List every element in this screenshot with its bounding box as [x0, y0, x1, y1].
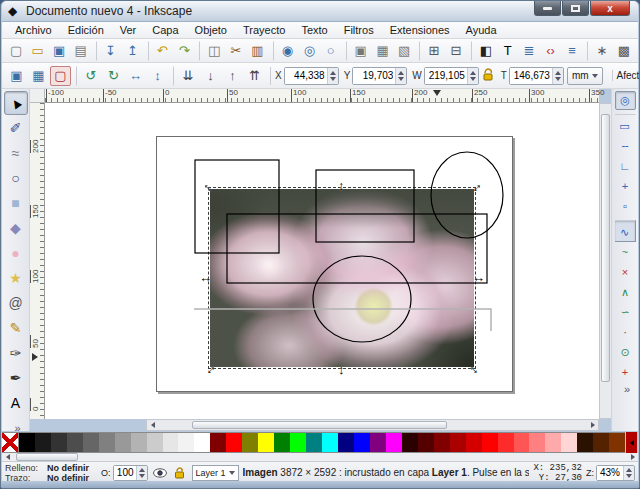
import-button[interactable]: ↧ [96, 41, 121, 61]
x-input[interactable] [284, 67, 339, 85]
print-document-button[interactable]: ▤ [70, 41, 90, 61]
zoom-drawing-button[interactable]: ◎ [299, 41, 319, 61]
fill-stroke-dialog-button[interactable]: ◧ [471, 41, 496, 61]
palette-swatch[interactable] [51, 433, 67, 452]
spin-up-icon[interactable] [398, 71, 404, 75]
width-input[interactable] [424, 67, 479, 85]
export-button[interactable]: ↥ [122, 41, 142, 61]
deselect-button[interactable]: ▢ [50, 66, 71, 86]
text-dialog-button[interactable]: T [498, 41, 518, 61]
enable-snapping-toggle[interactable]: ◎ [615, 91, 636, 110]
spin-down-icon[interactable] [330, 77, 336, 81]
palette-swatch[interactable] [226, 433, 242, 452]
palette-swatch[interactable] [99, 433, 115, 452]
horizontal-ruler[interactable]: -100-50050100150200250300350 [45, 89, 599, 103]
spin-down-icon[interactable] [139, 474, 145, 478]
rotate-ccw-button[interactable]: ↺ [76, 66, 102, 86]
cactus-flowers-image[interactable]: ↔↕↔↔↔↔↕↔ [210, 189, 474, 367]
vertical-ruler[interactable]: 200150100500 [30, 103, 45, 419]
node-tool[interactable]: ✐ [4, 116, 28, 140]
select-all-button[interactable]: ▣ [6, 66, 27, 86]
palette-swatch[interactable] [577, 433, 593, 452]
undo-button[interactable]: ↶ [148, 41, 173, 61]
spin-down-icon[interactable] [470, 77, 476, 81]
menu-edicion[interactable]: Edición [61, 23, 111, 37]
palette-swatch[interactable] [35, 433, 51, 452]
palette-swatch[interactable] [609, 433, 625, 452]
text-tool[interactable]: A [4, 391, 28, 415]
menu-objeto[interactable]: Objeto [188, 23, 234, 37]
new-document-button[interactable]: ▢ [6, 41, 26, 61]
pencil-tool[interactable]: ✎ [4, 316, 28, 340]
palette-swatch[interactable] [402, 433, 418, 452]
align-distribute-button[interactable]: ≡ [562, 41, 582, 61]
menu-ayuda[interactable]: Ayuda [459, 23, 504, 37]
opacity-input[interactable] [113, 465, 148, 481]
titlebar[interactable]: ◆ Documento nuevo 4 - Inkscape x [2, 1, 638, 22]
hscroll-thumb[interactable] [192, 421, 447, 429]
menu-ver[interactable]: Ver [113, 23, 144, 37]
menu-trayecto[interactable]: Trayecto [236, 23, 292, 37]
palette-swatch[interactable] [210, 433, 226, 452]
palette-swatch[interactable] [131, 433, 147, 452]
duplicate-button[interactable]: ▣ [346, 41, 371, 61]
palette-swatch[interactable] [19, 433, 35, 452]
snap-object-centers-toggle[interactable]: ⊙ [615, 343, 636, 362]
palette-swatch[interactable] [545, 433, 561, 452]
snap-bounding-box-toggle[interactable]: ▭ [615, 114, 636, 136]
spin-down-icon[interactable] [555, 77, 561, 81]
fill-stroke-indicator[interactable]: Relleno:No definir Trazo:No definir [5, 463, 97, 483]
paste-button[interactable]: ▥ [247, 41, 267, 61]
lower-button[interactable]: ↓ [200, 66, 221, 86]
palette-swatch[interactable] [67, 433, 83, 452]
flip-horizontal-button[interactable]: ↔ [125, 66, 146, 86]
box3d-tool[interactable]: ◆ [4, 216, 28, 240]
selection-handle-n[interactable]: ↕ [338, 179, 345, 192]
menu-capa[interactable]: Capa [145, 23, 185, 37]
zoom-selection-button[interactable]: ◉ [273, 41, 298, 61]
redo-button[interactable]: ↷ [174, 41, 194, 61]
palette-swatch[interactable] [194, 433, 210, 452]
star-tool[interactable]: ★ [4, 266, 28, 290]
layer-lock-icon[interactable] [172, 465, 188, 481]
spin-up-icon[interactable] [626, 468, 632, 472]
layers-dialog-button[interactable]: ≣ [519, 41, 539, 61]
snap-rotation-centers-toggle[interactable]: + [615, 363, 636, 382]
cut-button[interactable]: ✂ [226, 41, 246, 61]
palette-swatch[interactable] [561, 433, 577, 452]
layer-visibility-eye-icon[interactable] [152, 465, 168, 481]
palette-swatch[interactable] [115, 433, 131, 452]
height-input[interactable] [509, 67, 564, 85]
flip-vertical-button[interactable]: ↕ [147, 66, 168, 86]
palette-swatch[interactable] [178, 433, 194, 452]
snap-smooth-nodes-toggle[interactable]: ∽ [615, 303, 636, 322]
zoom-page-button[interactable]: ○ [321, 41, 341, 61]
ungroup-button[interactable]: ⊟ [446, 41, 466, 61]
copy-button[interactable]: ◫ [199, 41, 224, 61]
spiral-tool[interactable]: @ [4, 291, 28, 315]
open-document-button[interactable]: ▭ [27, 41, 47, 61]
palette-scroll-right-icon[interactable] [627, 453, 638, 461]
minimize-button[interactable] [534, 1, 561, 16]
raise-button[interactable]: ↑ [222, 66, 243, 86]
canvas[interactable]: ↔↕↔↔↔↔↕↔ [45, 103, 599, 419]
palette-swatch[interactable] [322, 433, 338, 452]
rectangle-tool[interactable]: ■ [4, 191, 28, 215]
zoom-value[interactable] [597, 466, 623, 480]
ellipse-tool[interactable]: ● [4, 241, 28, 265]
select-all-layers-button[interactable]: ▦ [28, 66, 49, 86]
palette-swatch[interactable] [450, 433, 466, 452]
menu-texto[interactable]: Texto [294, 23, 334, 37]
snap-bbox-corners-toggle[interactable]: ∟ [615, 157, 636, 176]
palette-swatch[interactable] [163, 433, 179, 452]
palette-swatch[interactable] [529, 433, 545, 452]
maximize-button[interactable] [562, 1, 589, 16]
raise-to-top-button[interactable]: ⇈ [244, 66, 265, 86]
palette-swatch[interactable] [466, 433, 482, 452]
palette-swatch[interactable] [306, 433, 322, 452]
palette-swatch[interactable] [258, 433, 274, 452]
menu-filtros[interactable]: Filtros [337, 23, 381, 37]
palette-swatch[interactable] [370, 433, 386, 452]
zoom-tool[interactable]: ○ [4, 166, 28, 190]
current-layer-dropdown[interactable]: Layer 1 [192, 465, 239, 481]
